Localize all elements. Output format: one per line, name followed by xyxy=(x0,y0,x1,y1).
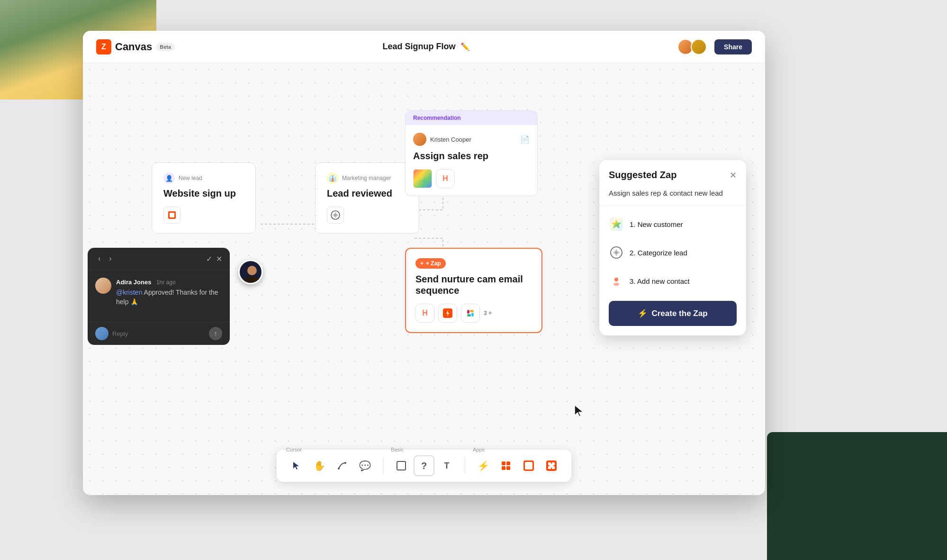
tool-grid[interactable] xyxy=(496,455,516,476)
zap-more: 3 + xyxy=(484,310,492,316)
doc-icon: 📄 xyxy=(520,135,530,144)
svg-point-19 xyxy=(338,468,340,470)
zap-nurture-card[interactable]: + + Zap Send nurture cam email sequence … xyxy=(405,248,542,333)
node-signup-title: Website sign up xyxy=(163,188,244,199)
node-signup-label: New lead xyxy=(179,175,202,181)
tool-cursor[interactable] xyxy=(286,455,307,476)
mouse-cursor xyxy=(574,404,585,415)
toolbar-apps-section: Apps ⚡ xyxy=(473,455,562,476)
floating-user-avatar xyxy=(238,260,263,284)
comment-body: Adira Jones 1hr ago @kristen Approved! T… xyxy=(88,270,230,322)
zap-badge: + + Zap xyxy=(415,258,446,269)
header-left: Z Canvas Beta xyxy=(96,39,175,54)
svg-rect-24 xyxy=(502,466,505,470)
comment-avatar xyxy=(95,278,111,294)
comment-author: Adira Jones xyxy=(116,279,151,286)
rec-author-name: Kristen Cooper xyxy=(430,136,471,143)
zapier-logo: Z Canvas Beta xyxy=(96,39,175,54)
header-right: Share xyxy=(677,39,752,55)
node-lead-reviewed[interactable]: 👔 Marketing manager Lead reviewed xyxy=(315,163,419,234)
zapier-icon: Z xyxy=(96,39,111,54)
toolbar-cursor-label: Cursor xyxy=(286,447,302,452)
tool-rectangle[interactable] xyxy=(391,455,412,476)
sz-step-3-label: 3. Add new contact xyxy=(630,277,690,285)
cp-close-button[interactable]: ✕ xyxy=(216,254,222,263)
app-name: Canvas xyxy=(115,41,152,53)
sz-header: Suggested Zap ✕ xyxy=(599,160,746,188)
edit-icon[interactable]: ✏️ xyxy=(460,42,470,51)
comment-content: Adira Jones 1hr ago @kristen Approved! T… xyxy=(116,278,222,307)
comment-panel-header: ‹ › ✓ ✕ xyxy=(88,248,230,270)
toolbar-apps-label: Apps xyxy=(473,447,485,452)
node-lead-header: 👔 Marketing manager xyxy=(327,172,407,184)
canvas-area[interactable]: Yes No → → 👤 New lead Website sign up 👔 xyxy=(83,63,765,495)
zap-app-hubspot[interactable]: H xyxy=(415,304,434,323)
sz-step-1: 1. New customer xyxy=(599,210,746,238)
tool-path[interactable] xyxy=(332,455,352,476)
svg-point-14 xyxy=(613,283,619,286)
share-button[interactable]: Share xyxy=(714,39,752,54)
tool-zap[interactable]: ⚡ xyxy=(473,455,494,476)
reply-input[interactable] xyxy=(112,330,205,337)
toolbar-divider-1 xyxy=(383,457,383,474)
tool-hand[interactable]: ✋ xyxy=(309,455,330,476)
sz-step-2-label: 2. Categorize lead xyxy=(630,249,687,257)
tool-square-app[interactable] xyxy=(518,455,539,476)
rec-author-left: Kristen Cooper xyxy=(413,133,471,146)
beta-badge: Beta xyxy=(156,43,175,51)
rec-banner: Recommendation xyxy=(406,111,537,125)
cp-nav-prev[interactable]: ‹ xyxy=(95,253,103,264)
recommendation-card[interactable]: Recommendation Kristen Cooper 📄 Assign s… xyxy=(405,110,538,196)
cp-actions: ✓ ✕ xyxy=(206,254,222,263)
bg-photo-bottom-right xyxy=(767,432,947,560)
rec-body: Kristen Cooper 📄 Assign sales rep xyxy=(406,125,537,196)
node-lead-app xyxy=(327,207,344,224)
svg-marker-29 xyxy=(575,405,583,416)
comment-time: 1hr ago xyxy=(156,279,176,286)
sz-close-button[interactable]: ✕ xyxy=(730,170,737,181)
sz-step-2-icon xyxy=(609,245,624,260)
comment-input-area: ↑ xyxy=(88,322,230,345)
zap-app-slack[interactable] xyxy=(461,304,480,323)
cp-check-icon[interactable]: ✓ xyxy=(206,254,212,263)
tool-question[interactable]: ? xyxy=(414,455,434,476)
avatar-user2 xyxy=(691,39,707,55)
tool-text[interactable]: T xyxy=(436,455,457,476)
cp-nav: ‹ › xyxy=(95,253,115,264)
sz-step-3: 3. Add new contact xyxy=(599,267,746,295)
node-website-signup[interactable]: 👤 New lead Website sign up xyxy=(152,163,256,234)
svg-point-16 xyxy=(244,276,260,284)
rec-author: Kristen Cooper 📄 xyxy=(413,133,530,146)
sz-step-3-icon xyxy=(609,273,624,289)
cp-nav-next[interactable]: › xyxy=(106,253,114,264)
toolbar-cursor-tools: ✋ 💬 xyxy=(286,455,375,476)
header-center: Lead Signup Flow ✏️ xyxy=(383,42,470,52)
svg-point-15 xyxy=(247,266,257,275)
svg-point-20 xyxy=(344,462,346,464)
sz-title: Suggested Zap xyxy=(609,170,676,181)
svg-rect-4 xyxy=(170,213,174,217)
zap-app-zap[interactable] xyxy=(438,304,457,323)
svg-rect-25 xyxy=(506,466,510,470)
tool-puzzle[interactable] xyxy=(541,455,562,476)
create-zap-button[interactable]: ⚡ Create the Zap xyxy=(609,301,737,326)
toolbar-divider-2 xyxy=(465,457,465,474)
zap-label: + Zap xyxy=(426,260,441,267)
svg-rect-8 xyxy=(471,313,474,316)
svg-rect-21 xyxy=(397,461,406,470)
create-zap-label: Create the Zap xyxy=(651,309,707,318)
node-signup-header: 👤 New lead xyxy=(163,172,244,184)
app-icon-hubspot[interactable]: H xyxy=(436,169,455,188)
svg-rect-23 xyxy=(506,461,510,465)
sz-step-1-label: 1. New customer xyxy=(630,220,683,228)
send-reply-button[interactable]: ↑ xyxy=(209,327,222,340)
comment-item: Adira Jones 1hr ago @kristen Approved! T… xyxy=(95,278,222,307)
avatar-group xyxy=(677,39,707,55)
comment-mention: @kristen xyxy=(116,289,142,296)
app-icon-multi[interactable] xyxy=(413,169,432,188)
sz-description: Assign sales rep & contact new lead xyxy=(599,188,746,206)
tool-comment[interactable]: 💬 xyxy=(354,455,375,476)
create-zap-icon: ⚡ xyxy=(638,308,648,318)
main-window: Z Canvas Beta Lead Signup Flow ✏️ Share xyxy=(83,31,765,495)
toolbar-cursor-section: Cursor ✋ 💬 xyxy=(286,455,375,476)
